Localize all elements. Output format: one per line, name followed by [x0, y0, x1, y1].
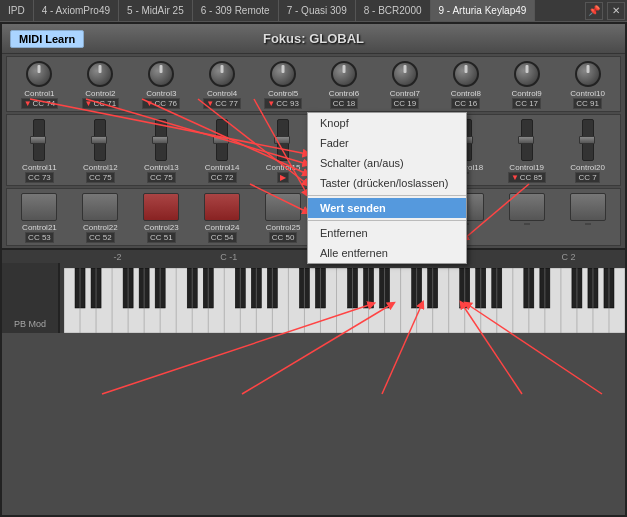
control-6-cc: CC 18	[330, 98, 359, 109]
pad-btn-30[interactable]	[570, 193, 606, 221]
tab-keylap49[interactable]: 9 - Arturia Keylap49	[431, 0, 536, 21]
slider-track-14[interactable]	[216, 119, 228, 161]
pad-25-label: Control25	[266, 223, 301, 232]
slider-track-15[interactable]	[277, 119, 289, 161]
pad-btn-21[interactable]	[21, 193, 57, 221]
knob-row: Control1 ▼CC 74 Control2 ▼CC 71 Control3…	[6, 56, 621, 112]
context-menu-item-knopf[interactable]: Knopf	[308, 113, 466, 133]
control-1: Control1 ▼CC 74	[9, 61, 70, 109]
pad-30	[557, 193, 618, 243]
slider-20-label: Control20	[570, 163, 605, 172]
fokus-label: Fokus: GLOBAL	[263, 31, 364, 46]
control-5: Control5 ▼CC 93	[253, 61, 314, 109]
context-menu-item-taster[interactable]: Taster (drücken/loslassen)	[308, 173, 466, 193]
slider-11-label: Control11	[22, 163, 57, 172]
piano-label-2: C 2	[562, 252, 576, 262]
pad-23-label: Control23	[144, 223, 179, 232]
control-1-cc: ▼CC 74	[21, 98, 59, 109]
slider-track-13[interactable]	[155, 119, 167, 161]
control-7-cc: CC 19	[391, 98, 420, 109]
knob-5[interactable]	[270, 61, 296, 87]
context-menu-item-wert-senden[interactable]: Wert senden	[308, 198, 466, 218]
knob-3[interactable]	[148, 61, 174, 87]
slider-track-19[interactable]	[521, 119, 533, 161]
knob-10[interactable]	[575, 61, 601, 87]
title-bar: IPD 4 - AxiomPro49 5 - MidAir 25 6 - 309…	[0, 0, 627, 22]
piano-label-neg2: -2	[113, 252, 121, 262]
pad-btn-25[interactable]	[265, 193, 301, 221]
slider-12-cc: CC 75	[86, 172, 115, 183]
pad-24-cc: CC 54	[208, 232, 237, 243]
pad-23: Control23 CC 51	[131, 193, 192, 243]
control-3: Control3 ▼CC 76	[131, 61, 192, 109]
slider-13-label: Control13	[144, 163, 179, 172]
pad-25: Control25 CC 50	[253, 193, 314, 243]
context-menu-item-fader[interactable]: Fader	[308, 133, 466, 153]
tab-309remote[interactable]: 6 - 309 Remote	[193, 0, 279, 21]
tab-midair25[interactable]: 5 - MidAir 25	[119, 0, 193, 21]
pad-24-label: Control24	[205, 223, 240, 232]
pad-21: Control21 CC 53	[9, 193, 70, 243]
slider-11: Control11 CC 73	[9, 119, 70, 183]
context-menu-item-alle-entfernen[interactable]: Alle entfernen	[308, 243, 466, 263]
slider-13-cc: CC 75	[147, 172, 176, 183]
slider-track-12[interactable]	[94, 119, 106, 161]
context-menu-item-entfernen[interactable]: Entfernen	[308, 223, 466, 243]
knob-6[interactable]	[331, 61, 357, 87]
control-6-label: Control6	[329, 89, 359, 98]
context-menu: Knopf Fader Schalter (an/aus) Taster (dr…	[307, 112, 467, 264]
slider-19: Control19 ▼CC 85	[496, 119, 557, 183]
knob-8[interactable]	[453, 61, 479, 87]
tab-ipd[interactable]: IPD	[0, 0, 34, 21]
pin-button[interactable]: 📌	[585, 2, 603, 20]
pad-btn-23[interactable]	[143, 193, 179, 221]
pad-30-cc	[585, 223, 591, 225]
pb-mod-area: PB Mod	[2, 263, 60, 333]
control-6: Control6 CC 18	[314, 61, 375, 109]
pad-btn-24[interactable]	[204, 193, 240, 221]
piano-label-neg1: C -1	[220, 252, 237, 262]
midi-learn-button[interactable]: MIDI Learn	[10, 30, 84, 48]
control-5-label: Control5	[268, 89, 298, 98]
slider-15-cc: ▶	[277, 172, 289, 183]
control-8-cc: CC 16	[451, 98, 480, 109]
knob-2[interactable]	[87, 61, 113, 87]
control-7-label: Control7	[390, 89, 420, 98]
pad-btn-22[interactable]	[82, 193, 118, 221]
control-3-cc: ▼CC 76	[142, 98, 180, 109]
slider-13: Control13 CC 75	[131, 119, 192, 183]
tab-quasi309[interactable]: 7 - Quasi 309	[279, 0, 356, 21]
control-9-label: Control9	[512, 89, 542, 98]
slider-15: Control15 ▶	[253, 119, 314, 183]
slider-19-label: Control19	[509, 163, 544, 172]
slider-14-label: Control14	[205, 163, 240, 172]
pad-29-cc	[524, 223, 530, 225]
control-10-cc: CC 91	[573, 98, 602, 109]
piano-keys[interactable]: // We'll draw them inline	[64, 268, 625, 333]
header: MIDI Learn Fokus: GLOBAL	[2, 24, 625, 54]
slider-track-11[interactable]	[33, 119, 45, 161]
close-button[interactable]: ✕	[607, 2, 625, 20]
knob-4[interactable]	[209, 61, 235, 87]
knob-9[interactable]	[514, 61, 540, 87]
slider-15-label: Control15	[266, 163, 301, 172]
control-9: Control9 CC 17	[496, 61, 557, 109]
context-menu-item-schalter[interactable]: Schalter (an/aus)	[308, 153, 466, 173]
slider-12: Control12 CC 75	[70, 119, 131, 183]
pad-btn-29[interactable]	[509, 193, 545, 221]
pad-29	[496, 193, 557, 243]
tab-bcr2000[interactable]: 8 - BCR2000	[356, 0, 431, 21]
control-5-cc: ▼CC 93	[264, 98, 302, 109]
knob-1[interactable]	[26, 61, 52, 87]
control-8: Control8 CC 16	[435, 61, 496, 109]
tab-axiompro49[interactable]: 4 - AxiomPro49	[34, 0, 119, 21]
slider-20-cc: CC 7	[575, 172, 599, 183]
control-2-label: Control2	[85, 89, 115, 98]
pad-22: Control22 CC 52	[70, 193, 131, 243]
control-7: Control7 CC 19	[374, 61, 435, 109]
knob-7[interactable]	[392, 61, 418, 87]
slider-track-20[interactable]	[582, 119, 594, 161]
pad-21-cc: CC 53	[25, 232, 54, 243]
control-9-cc: CC 17	[512, 98, 541, 109]
pad-25-cc: CC 50	[269, 232, 298, 243]
